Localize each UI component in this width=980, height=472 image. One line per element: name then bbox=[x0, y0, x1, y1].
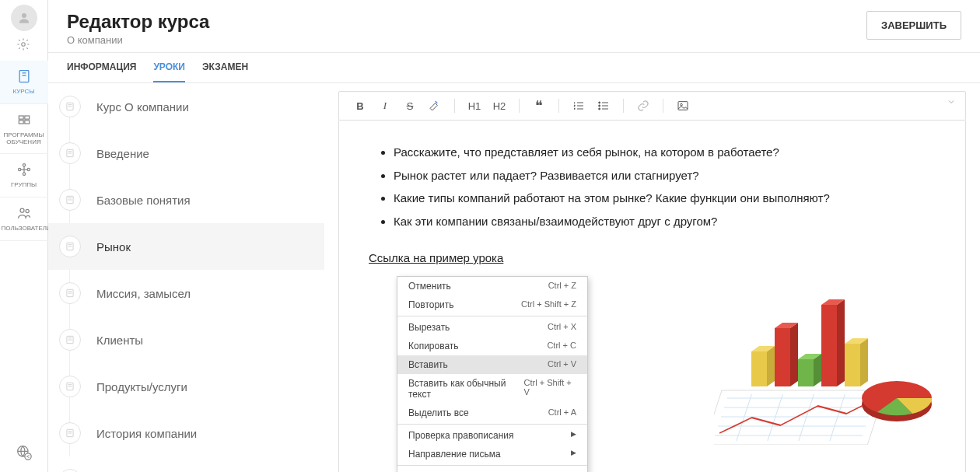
svg-point-11 bbox=[20, 208, 24, 212]
example-link[interactable]: Ссылка на пример урока bbox=[369, 248, 503, 268]
h2-button[interactable]: H2 bbox=[488, 96, 511, 115]
tabs: ИНФОРМАЦИЯУРОКИЭКЗАМЕН bbox=[48, 53, 980, 83]
sidebar-item-programs[interactable]: ПРОГРАММЫ ОБУЧЕНИЯ bbox=[0, 104, 48, 155]
context-menu-item[interactable]: ВырезатьCtrl + X bbox=[397, 318, 587, 337]
lesson-item[interactable]: Цель bbox=[48, 456, 324, 472]
svg-marker-43 bbox=[790, 323, 798, 386]
svg-point-14 bbox=[24, 453, 30, 460]
svg-rect-4 bbox=[24, 116, 29, 119]
context-menu-item[interactable]: КопироватьCtrl + C bbox=[397, 337, 587, 355]
bold-button[interactable]: B bbox=[348, 96, 372, 115]
svg-marker-51 bbox=[845, 344, 860, 386]
lesson-item[interactable]: Продукты/услуги bbox=[48, 363, 324, 410]
context-menu-label: Выделить все bbox=[408, 407, 469, 418]
ol-button[interactable] bbox=[567, 96, 590, 115]
language-icon[interactable] bbox=[7, 435, 41, 472]
context-menu-item[interactable]: Выделить всеCtrl + A bbox=[397, 404, 587, 422]
svg-marker-40 bbox=[767, 346, 775, 386]
sidebar-item-label: ГРУППЫ bbox=[2, 182, 47, 189]
lesson-dot-icon bbox=[59, 469, 81, 472]
lesson-item[interactable]: Базовые понятия bbox=[48, 177, 324, 223]
link-button[interactable] bbox=[632, 96, 655, 115]
avatar[interactable] bbox=[11, 5, 37, 31]
svg-rect-3 bbox=[19, 116, 23, 119]
sidebar-item-label: КУРСЫ bbox=[2, 89, 47, 96]
lesson-dot-icon bbox=[59, 189, 81, 211]
lesson-dot-icon bbox=[59, 142, 81, 164]
lesson-item[interactable]: Миссия, замысел bbox=[48, 270, 324, 316]
header: Редактор курса О компании ЗАВЕРШИТЬ bbox=[48, 0, 980, 53]
groups-icon bbox=[2, 162, 47, 180]
context-menu-item[interactable]: ПовторитьCtrl + Shift + Z bbox=[397, 295, 587, 314]
content-bullet: Расскажите, что представляет из себя рын… bbox=[394, 142, 936, 163]
context-menu-label: Вставить bbox=[408, 359, 448, 370]
context-menu-item[interactable]: Направление письма▶ bbox=[397, 445, 587, 463]
shortcut-label: Ctrl + C bbox=[547, 341, 576, 351]
svg-point-10 bbox=[23, 173, 25, 176]
submenu-arrow-icon: ▶ bbox=[571, 449, 576, 460]
left-sidebar: КУРСЫПРОГРАММЫ ОБУЧЕНИЯГРУППЫПОЛЬЗОВАТЕЛ… bbox=[0, 0, 48, 472]
svg-point-7 bbox=[23, 164, 25, 166]
programs-icon bbox=[2, 112, 47, 130]
sidebar-item-users[interactable]: ПОЛЬЗОВАТЕЛИ bbox=[0, 198, 48, 241]
content-bullet: Какие типы компаний работают на этом рын… bbox=[394, 188, 936, 208]
image-button[interactable] bbox=[671, 96, 695, 115]
context-menu-label: Вставить как обычный текст bbox=[408, 378, 524, 400]
svg-marker-46 bbox=[814, 354, 821, 386]
svg-marker-39 bbox=[751, 351, 767, 386]
lesson-dot-icon bbox=[59, 282, 81, 304]
chevron-down-icon[interactable] bbox=[945, 96, 957, 109]
highlight-button[interactable] bbox=[423, 96, 446, 115]
sidebar-item-label: ПРОГРАММЫ ОБУЧЕНИЯ bbox=[2, 132, 47, 146]
svg-point-26 bbox=[599, 108, 600, 110]
lesson-label: Продукты/услуги bbox=[96, 380, 187, 393]
page-title: Редактор курса bbox=[67, 11, 866, 33]
context-menu-item[interactable]: Проверка правописания▶ bbox=[397, 426, 587, 445]
complete-button[interactable]: ЗАВЕРШИТЬ bbox=[866, 11, 961, 40]
lesson-dot-icon bbox=[59, 236, 81, 257]
italic-button[interactable]: I bbox=[373, 96, 397, 115]
content-bullet: Рынок растет или падает? Развивается или… bbox=[394, 166, 936, 186]
svg-point-24 bbox=[599, 102, 600, 103]
ul-button[interactable] bbox=[592, 96, 615, 115]
sidebar-item-courses[interactable]: КУРСЫ bbox=[0, 61, 48, 104]
svg-marker-45 bbox=[798, 359, 814, 386]
tab-lessons[interactable]: УРОКИ bbox=[153, 53, 185, 82]
svg-point-12 bbox=[26, 210, 29, 213]
context-menu-item[interactable]: Просмотреть кодCtrl + Shift + I bbox=[397, 467, 587, 472]
page-subtitle: О компании bbox=[67, 34, 866, 46]
svg-rect-5 bbox=[19, 121, 23, 124]
quote-button[interactable]: ❝ bbox=[527, 96, 551, 115]
h1-button[interactable]: H1 bbox=[463, 96, 486, 115]
lesson-item[interactable]: История компании bbox=[48, 410, 324, 456]
svg-rect-27 bbox=[678, 102, 688, 110]
users-icon bbox=[2, 205, 47, 223]
chart-illustration bbox=[714, 281, 947, 445]
content-bullet: Как эти компании связаны/взаимодействуют… bbox=[394, 212, 936, 232]
context-menu-label: Отменить bbox=[408, 281, 451, 292]
lesson-label: Рынок bbox=[96, 240, 131, 253]
lesson-item[interactable]: Клиенты bbox=[48, 316, 324, 363]
lesson-item[interactable]: Введение bbox=[48, 130, 324, 177]
context-menu-label: Проверка правописания bbox=[408, 430, 514, 441]
context-menu: ОтменитьCtrl + ZПовторитьCtrl + Shift + … bbox=[397, 276, 588, 472]
courses-icon bbox=[2, 68, 47, 86]
context-menu-item[interactable]: ВставитьCtrl + V bbox=[397, 355, 587, 374]
tab-exam[interactable]: ЭКЗАМЕН bbox=[202, 53, 248, 82]
context-menu-item[interactable]: Вставить как обычный текстCtrl + Shift +… bbox=[397, 374, 587, 404]
shortcut-label: Ctrl + Z bbox=[548, 281, 576, 292]
lesson-label: Клиенты bbox=[96, 334, 143, 347]
lesson-list: Курс О компанииВведениеБазовые понятияРы… bbox=[48, 83, 324, 472]
lesson-label: История компании bbox=[96, 427, 197, 440]
sidebar-item-groups[interactable]: ГРУППЫ bbox=[0, 154, 48, 198]
svg-point-1 bbox=[21, 43, 25, 47]
lesson-item[interactable]: Рынок bbox=[48, 223, 324, 270]
tab-info[interactable]: ИНФОРМАЦИЯ bbox=[67, 53, 136, 82]
lesson-item[interactable]: Курс О компании bbox=[48, 83, 324, 130]
context-menu-item[interactable]: ОтменитьCtrl + Z bbox=[397, 277, 587, 295]
svg-point-28 bbox=[681, 103, 683, 106]
svg-rect-2 bbox=[19, 71, 29, 82]
strike-button[interactable]: S bbox=[398, 96, 422, 115]
sidebar-item-label: ПОЛЬЗОВАТЕЛИ bbox=[2, 226, 47, 233]
gear-icon[interactable] bbox=[16, 37, 32, 53]
